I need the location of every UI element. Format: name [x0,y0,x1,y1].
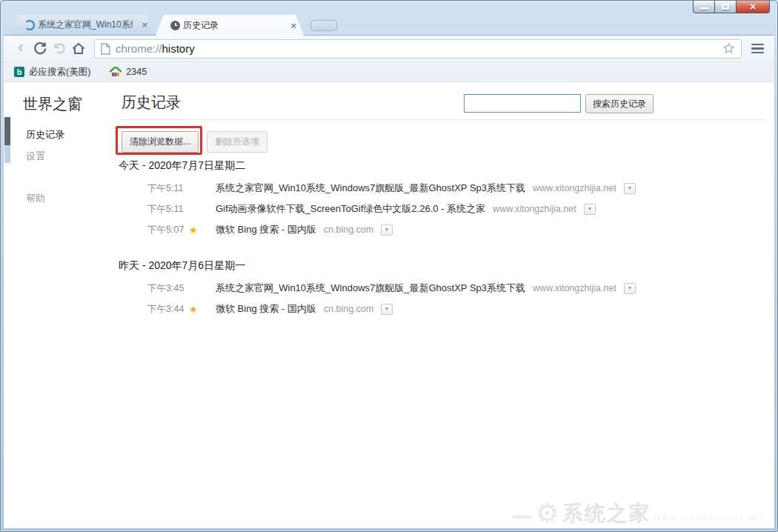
back-button[interactable]: ‹ [11,39,30,59]
watermark: ⚙ 系统之家 WWW.XITONGZHIJIA.NET [513,500,765,527]
close-button[interactable]: × [736,1,770,13]
tab-title: 历史记录 [183,19,219,32]
browser-chrome: ‹ chrome://history b 必应搜索 [4,35,774,528]
address-bar[interactable]: chrome://history [94,39,742,59]
history-list: 今天 - 2020年7月7日星期二 下午5:11 系统之家官网_Win10系统_… [4,159,774,319]
entry-time: 下午5:07 [147,224,187,236]
entry-domain: www.xitongzhijia.net [533,183,616,193]
entry-time: 下午3:44 [147,303,187,316]
bookmark-label: 必应搜索(美图) [29,66,90,79]
home-icon [71,41,86,56]
watermark-text: 系统之家 [562,502,651,525]
home-button[interactable] [69,39,88,59]
bing-icon: b [14,67,24,77]
entry-dropdown-button[interactable]: ▼ [381,225,393,236]
globe-icon [24,20,35,30]
minimize-icon [700,7,708,10]
undo-close-button[interactable] [50,39,69,59]
menu-button[interactable] [748,41,767,57]
new-tab-button[interactable] [310,20,337,31]
sidebar-item-history[interactable]: 历史记录 [26,128,64,142]
watermark-subtext: WWW.XITONGZHIJIA.NET [654,514,765,522]
bookmark-bing[interactable]: b 必应搜索(美图) [14,66,90,79]
page-icon [101,43,110,55]
history-group-date: 昨天 - 2020年7月6日星期一 [119,259,774,273]
house-icon [110,67,122,77]
bookmark-star-button[interactable] [722,42,735,55]
history-group: 今天 - 2020年7月7日星期二 下午5:11 系统之家官网_Win10系统_… [4,159,774,240]
bookmark-label: 2345 [126,67,147,77]
refresh-icon [33,41,47,56]
bookmark-2345[interactable]: 2345 [110,67,147,77]
url-path: history [162,42,195,55]
delete-selected-button[interactable]: 删除所选项 [207,131,267,153]
gear-icon: ⚙ [535,500,559,527]
history-entry: 下午5:11 Gif动画录像软件下载_ScreenToGif绿色中文版2.26.… [4,199,774,219]
search-history-button[interactable]: 搜索历史记录 [585,94,654,113]
maximize-button[interactable] [714,1,737,13]
entry-dropdown-button[interactable]: ▼ [624,283,636,294]
history-entry: 下午3:44 ★ 微软 Bing 搜索 - 国内版 cn.bing.com ▼ [4,299,774,319]
tab-title: 系统之家官网_Win10系统 [38,19,133,31]
refresh-button[interactable] [30,39,50,59]
entry-time: 下午3:45 [147,282,187,295]
history-group-date: 今天 - 2020年7月7日星期二 [119,159,774,173]
entry-title-link[interactable]: 系统之家官网_Win10系统_Windows7旗舰版_最新GhostXP Sp3… [216,282,525,295]
history-search-input[interactable] [464,94,581,113]
red-annotation-box [116,126,202,155]
window-controls: × [694,1,770,13]
entry-time: 下午5:11 [147,182,187,195]
clock-icon [170,21,180,30]
entry-domain: cn.bing.com [324,304,373,314]
bookmarks-bar: b 必应搜索(美图) 2345 [4,62,774,82]
entry-domain: www.xitongzhijia.net [533,283,616,293]
star-outline-icon [722,42,735,55]
tab-strip: 系统之家官网_Win10系统 × 历史记录 × [10,15,666,35]
entry-dropdown-button[interactable]: ▼ [584,204,596,215]
entry-dropdown-button[interactable]: ▼ [381,304,393,315]
page-title: 历史记录 [122,93,181,113]
history-page: 世界之窗 历史记录 设置 帮助 历史记录 搜索历史记录 清除浏览数据... 删除… [4,82,774,528]
tab-history[interactable]: 历史记录 × [156,15,304,36]
minimize-button[interactable] [693,1,715,13]
maximize-icon [722,4,729,10]
side-panel-handle[interactable] [4,117,10,145]
chevron-down-icon: ▼ [627,285,631,290]
navigation-toolbar: ‹ chrome://history [4,36,774,62]
entry-title-link[interactable]: 系统之家官网_Win10系统_Windows7旗舰版_最新GhostXP Sp3… [216,182,525,195]
history-entry: 下午5:11 系统之家官网_Win10系统_Windows7旗舰版_最新Ghos… [4,178,774,199]
browser-window: × 系统之家官网_Win10系统 × 历史记录 × ‹ [0,0,778,532]
entry-time: 下午5:11 [147,203,187,216]
entry-dropdown-button[interactable]: ▼ [624,183,636,194]
history-group: 昨天 - 2020年7月6日星期一 下午3:45 系统之家官网_Win10系统_… [4,259,774,319]
entry-title-link[interactable]: Gif动画录像软件下载_ScreenToGif绿色中文版2.26.0 - 系统之… [216,202,485,216]
star-icon: ★ [187,225,216,236]
tab-xitongzhijia[interactable]: 系统之家官网_Win10系统 × [10,15,155,35]
close-tab-icon[interactable]: × [290,21,296,30]
entry-domain: cn.bing.com [324,225,373,235]
entry-title-link[interactable]: 微软 Bing 搜索 - 国内版 [216,223,316,236]
divider [119,119,767,120]
chevron-down-icon: ▼ [627,185,631,190]
sidebar-brand: 世界之窗 [23,94,82,114]
star-icon: ★ [187,304,216,315]
entry-domain: www.xitongzhijia.net [493,204,576,214]
history-entry: 下午3:45 系统之家官网_Win10系统_Windows7旗舰版_最新Ghos… [4,278,774,299]
chevron-down-icon: ▼ [385,227,389,232]
chevron-down-icon: ▼ [587,206,591,211]
close-tab-icon[interactable]: × [142,20,147,30]
watermark-dash [513,515,532,519]
history-entry: 下午5:07 ★ 微软 Bing 搜索 - 国内版 cn.bing.com ▼ [4,219,774,240]
url-scheme: chrome:// [116,42,162,55]
chevron-down-icon: ▼ [385,306,389,311]
close-icon: × [750,1,756,12]
undo-arrow-icon [53,42,66,56]
hamburger-icon [751,44,764,46]
back-icon: ‹ [18,39,23,56]
entry-title-link[interactable]: 微软 Bing 搜索 - 国内版 [216,302,316,316]
